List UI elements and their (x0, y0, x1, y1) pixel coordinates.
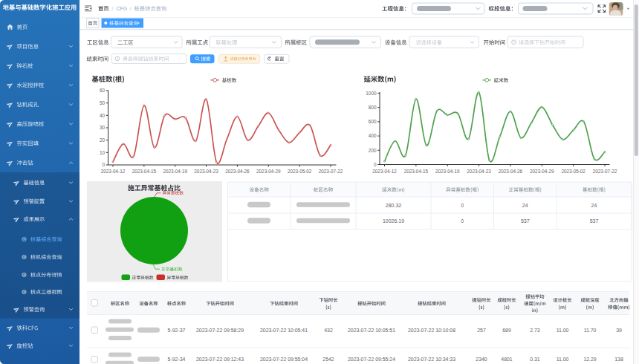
svg-text:0: 0 (374, 162, 377, 167)
svg-text:5-92-37: 5-92-37 (168, 328, 186, 333)
svg-text:2023-04-19: 2023-04-19 (163, 169, 187, 174)
svg-text:2023-04-23: 2023-04-23 (194, 169, 218, 174)
svg-text:2023-04-12: 2023-04-12 (372, 169, 397, 174)
svg-text:2023-07-22 09:55:24: 2023-07-22 09:55:24 (348, 357, 395, 362)
svg-text:432: 432 (324, 328, 333, 333)
svg-text:11.00: 11.00 (557, 328, 569, 333)
svg-text:2023-05-02: 2023-05-02 (288, 169, 312, 174)
svg-text:0: 0 (461, 203, 464, 208)
svg-text:2023-04-12: 2023-04-12 (101, 169, 126, 174)
svg-text:60: 60 (100, 88, 106, 93)
svg-text:2023-04-29: 2023-04-29 (256, 169, 281, 174)
svg-text:/: / (112, 6, 114, 11)
svg-text:400: 400 (369, 133, 377, 138)
svg-text:2023-04-26: 2023-04-26 (225, 169, 250, 174)
svg-text:20: 20 (100, 137, 106, 143)
svg-text:2023-07-22 09:58:29: 2023-07-22 09:58:29 (196, 328, 244, 333)
svg-text:2023-07-22 10:05:41: 2023-07-22 10:05:41 (260, 328, 308, 333)
svg-text:537: 537 (521, 218, 530, 224)
svg-text:2023-07-22: 2023-07-22 (593, 169, 617, 174)
svg-text:50: 50 (100, 100, 106, 105)
svg-text:537: 537 (590, 218, 599, 224)
svg-text:30: 30 (100, 125, 106, 130)
svg-text:200: 200 (369, 148, 377, 153)
svg-text:0: 0 (102, 162, 105, 167)
svg-text:4801: 4801 (501, 357, 512, 362)
svg-text:12.29: 12.29 (583, 357, 596, 362)
svg-text:2023-04-15: 2023-04-15 (404, 169, 429, 174)
svg-text:138: 138 (614, 357, 623, 362)
svg-text:257: 257 (477, 328, 486, 333)
svg-text:2.73: 2.73 (530, 328, 540, 333)
svg-text:5-92-34: 5-92-34 (168, 357, 186, 362)
svg-text:689: 689 (502, 328, 511, 333)
svg-text:2023-07-22 10:05:51: 2023-07-22 10:05:51 (348, 328, 395, 333)
svg-text:2023-04-19: 2023-04-19 (435, 169, 460, 174)
svg-text:11.00: 11.00 (557, 357, 569, 362)
svg-text:600: 600 (369, 119, 377, 124)
svg-text:2023-07-22: 2023-07-22 (319, 169, 343, 174)
svg-text:1000: 1000 (366, 91, 377, 96)
svg-text:2023-04-15: 2023-04-15 (132, 169, 157, 174)
svg-text:2023-07-22 09:55:04: 2023-07-22 09:55:04 (260, 357, 308, 362)
svg-text:24: 24 (591, 203, 597, 208)
svg-text:2023-04-23: 2023-04-23 (467, 169, 491, 174)
svg-text:2023-07-22 10:10:08: 2023-07-22 10:10:08 (408, 328, 455, 333)
svg-text:CFG: CFG (117, 6, 128, 11)
svg-text:/: / (130, 6, 132, 11)
svg-text:2340: 2340 (476, 357, 487, 362)
svg-text:2023-04-29: 2023-04-29 (530, 169, 554, 174)
svg-text:10026.19: 10026.19 (383, 218, 404, 224)
svg-text:10: 10 (100, 150, 106, 155)
svg-text:2023-07-22 09:12:43: 2023-07-22 09:12:43 (196, 357, 244, 362)
svg-text:39: 39 (616, 328, 622, 333)
svg-text:40: 40 (100, 113, 106, 118)
svg-text:280.32: 280.32 (386, 203, 402, 208)
svg-text:11.70: 11.70 (584, 328, 597, 333)
svg-text:2023-04-26: 2023-04-26 (499, 169, 523, 174)
svg-text:2023-05-02: 2023-05-02 (561, 169, 586, 174)
svg-text:0.31: 0.31 (530, 357, 540, 362)
svg-text:0: 0 (461, 218, 464, 224)
svg-text:2542: 2542 (322, 357, 334, 362)
svg-text:800: 800 (369, 105, 377, 110)
svg-text:2023-07-22 10:34:33: 2023-07-22 10:34:33 (408, 357, 455, 362)
svg-text:24: 24 (522, 203, 528, 208)
